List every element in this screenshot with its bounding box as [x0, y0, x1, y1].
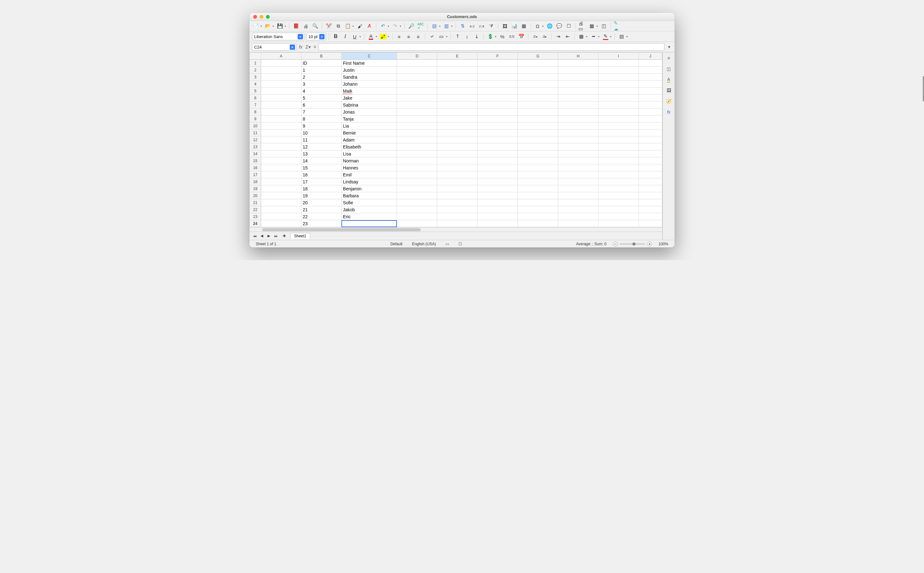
cut-button[interactable]: ✂️: [325, 22, 332, 30]
cell[interactable]: [437, 102, 478, 108]
cell[interactable]: [397, 116, 437, 122]
cell[interactable]: 13: [301, 150, 341, 157]
cell[interactable]: [478, 88, 518, 94]
add-sheet-button[interactable]: ＋: [280, 233, 289, 239]
cell[interactable]: [397, 157, 437, 164]
cell[interactable]: 11: [301, 136, 341, 143]
cell[interactable]: [558, 59, 598, 67]
cell[interactable]: 22: [301, 213, 341, 220]
special-char-button[interactable]: Ω▾: [534, 22, 541, 30]
zoom-slider[interactable]: [620, 243, 645, 244]
cell[interactable]: Bernie: [341, 130, 397, 136]
row-header[interactable]: 23: [250, 213, 261, 220]
sort-button[interactable]: ⇅: [459, 22, 467, 30]
function-wizard-button[interactable]: fx: [298, 44, 303, 50]
cell[interactable]: [397, 67, 437, 74]
cell[interactable]: [261, 81, 301, 88]
cell[interactable]: [518, 108, 558, 116]
cell[interactable]: [397, 108, 437, 116]
pivot-table-button[interactable]: ▦: [520, 22, 528, 30]
headers-footers-button[interactable]: ☐: [565, 22, 572, 30]
cell[interactable]: 7: [301, 108, 341, 116]
navigator-panel-button[interactable]: 🧭: [665, 97, 673, 105]
cell[interactable]: [558, 88, 598, 94]
cell[interactable]: [397, 185, 437, 192]
cell[interactable]: Jake: [341, 94, 397, 102]
row-header[interactable]: 2: [250, 67, 261, 74]
increase-indent-button[interactable]: ⇥: [554, 33, 562, 40]
cell[interactable]: [261, 130, 301, 136]
cell[interactable]: [558, 199, 598, 206]
cell[interactable]: 23: [301, 220, 341, 227]
export-pdf-button[interactable]: 📕: [292, 22, 300, 30]
next-sheet-button[interactable]: ▶: [266, 233, 272, 239]
cell[interactable]: [518, 130, 558, 136]
undo-button[interactable]: ↶▾: [379, 22, 387, 30]
sort-asc-button[interactable]: a↓z: [468, 22, 476, 30]
cell[interactable]: [437, 192, 478, 199]
cell[interactable]: [397, 143, 437, 150]
align-middle-button[interactable]: ↕: [463, 33, 471, 40]
cell[interactable]: [478, 67, 518, 74]
cell[interactable]: [261, 213, 301, 220]
cell[interactable]: Eric: [341, 213, 397, 220]
cell[interactable]: [598, 116, 638, 122]
cell[interactable]: [598, 108, 638, 116]
cell[interactable]: [261, 59, 301, 67]
row-header[interactable]: 4: [250, 81, 261, 88]
cell[interactable]: Elisabeth: [341, 143, 397, 150]
cell[interactable]: [478, 102, 518, 108]
cell[interactable]: [558, 130, 598, 136]
insert-image-button[interactable]: 🖼: [501, 22, 509, 30]
cell[interactable]: [478, 185, 518, 192]
cell[interactable]: [261, 206, 301, 213]
cell[interactable]: [558, 157, 598, 164]
align-left-button[interactable]: ≡: [395, 33, 403, 40]
column-header-A[interactable]: A: [261, 53, 301, 59]
cell[interactable]: [397, 213, 437, 220]
row-header[interactable]: 8: [250, 108, 261, 116]
merge-cells-button[interactable]: ▭▾: [438, 33, 445, 40]
row-header[interactable]: 16: [250, 164, 261, 171]
underline-button[interactable]: U▾: [351, 33, 359, 40]
cell[interactable]: 9: [301, 122, 341, 130]
clone-formatting-button[interactable]: 🖌: [356, 22, 363, 30]
name-box[interactable]: C24 ▾: [252, 43, 296, 51]
cell[interactable]: [638, 206, 662, 213]
cell[interactable]: [598, 192, 638, 199]
cell[interactable]: 17: [301, 178, 341, 185]
cell[interactable]: [437, 164, 478, 171]
cell[interactable]: [638, 59, 662, 67]
paste-button[interactable]: 📋▾: [344, 22, 352, 30]
print-preview-button[interactable]: 🔍: [311, 22, 319, 30]
cell[interactable]: 15: [301, 164, 341, 171]
cell[interactable]: [518, 136, 558, 143]
freeze-rows-cols-button[interactable]: ▦▾: [588, 22, 595, 30]
borders-button[interactable]: ▦▾: [578, 33, 585, 40]
cell[interactable]: [638, 199, 662, 206]
cell[interactable]: [478, 143, 518, 150]
row-header[interactable]: 13: [250, 143, 261, 150]
border-style-button[interactable]: ━▾: [590, 33, 597, 40]
row-header[interactable]: 15: [250, 157, 261, 164]
italic-button[interactable]: I: [341, 33, 349, 40]
cell[interactable]: [397, 192, 437, 199]
cell[interactable]: [518, 199, 558, 206]
cell[interactable]: [598, 185, 638, 192]
cell[interactable]: Barbara: [341, 192, 397, 199]
cell[interactable]: [518, 59, 558, 67]
row-header[interactable]: 7: [250, 102, 261, 108]
cell[interactable]: [518, 74, 558, 81]
cell[interactable]: [638, 136, 662, 143]
cell[interactable]: [638, 81, 662, 88]
cell[interactable]: 2: [301, 74, 341, 81]
hyperlink-button[interactable]: 🌐: [546, 22, 553, 30]
cell[interactable]: [437, 59, 478, 67]
cell[interactable]: [518, 185, 558, 192]
cell[interactable]: [437, 108, 478, 116]
cell[interactable]: [558, 108, 598, 116]
cell[interactable]: [558, 178, 598, 185]
cell[interactable]: [478, 59, 518, 67]
cell[interactable]: [261, 199, 301, 206]
print-button[interactable]: 🖨: [302, 22, 309, 30]
